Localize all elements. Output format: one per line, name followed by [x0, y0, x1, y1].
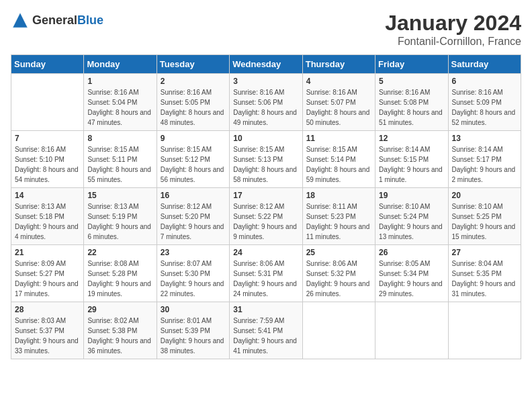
- calendar-cell: 18Sunrise: 8:11 AMSunset: 5:23 PMDayligh…: [302, 188, 375, 245]
- day-number: 10: [233, 134, 298, 143]
- logo-text-general: General: [32, 13, 77, 27]
- day-number: 21: [15, 248, 80, 257]
- page-header: GeneralBlue January 2024 Fontanil-Cornil…: [11, 11, 521, 48]
- day-number: 17: [233, 191, 298, 200]
- day-number: 31: [233, 305, 298, 314]
- col-saturday: Saturday: [448, 55, 521, 74]
- logo-text-blue: Blue: [77, 13, 103, 27]
- calendar-cell: 29Sunrise: 8:02 AMSunset: 5:38 PMDayligh…: [84, 302, 157, 359]
- day-number: 11: [306, 134, 371, 143]
- day-number: 15: [87, 191, 152, 200]
- calendar-table: Sunday Monday Tuesday Wednesday Thursday…: [11, 54, 521, 359]
- calendar-cell: 10Sunrise: 8:15 AMSunset: 5:13 PMDayligh…: [230, 131, 302, 188]
- calendar-cell: 28Sunrise: 8:03 AMSunset: 5:37 PMDayligh…: [11, 302, 84, 359]
- day-info: Sunrise: 8:05 AMSunset: 5:34 PMDaylight:…: [379, 259, 444, 299]
- calendar-cell: 22Sunrise: 8:08 AMSunset: 5:28 PMDayligh…: [84, 245, 157, 302]
- day-info: Sunrise: 8:04 AMSunset: 5:35 PMDaylight:…: [452, 259, 517, 299]
- day-info: Sunrise: 8:01 AMSunset: 5:39 PMDaylight:…: [161, 316, 226, 356]
- calendar-cell: [375, 302, 448, 359]
- day-number: 19: [379, 191, 444, 200]
- day-number: 23: [161, 248, 226, 257]
- day-info: Sunrise: 8:16 AMSunset: 5:08 PMDaylight:…: [379, 87, 444, 128]
- calendar-header: Sunday Monday Tuesday Wednesday Thursday…: [11, 55, 521, 74]
- calendar-cell: 11Sunrise: 8:15 AMSunset: 5:14 PMDayligh…: [302, 131, 375, 188]
- logo-icon: [11, 11, 30, 30]
- day-number: 26: [379, 248, 444, 257]
- calendar-week-row: 28Sunrise: 8:03 AMSunset: 5:37 PMDayligh…: [11, 302, 521, 359]
- calendar-cell: [448, 302, 521, 359]
- calendar-location: Fontanil-Cornillon, France: [385, 36, 521, 48]
- day-number: 25: [306, 248, 371, 257]
- day-number: 13: [452, 134, 517, 143]
- calendar-cell: [302, 302, 375, 359]
- calendar-cell: 6Sunrise: 8:16 AMSunset: 5:09 PMDaylight…: [448, 74, 521, 131]
- calendar-week-row: 21Sunrise: 8:09 AMSunset: 5:27 PMDayligh…: [11, 245, 521, 302]
- calendar-cell: 4Sunrise: 8:16 AMSunset: 5:07 PMDaylight…: [302, 74, 375, 131]
- day-info: Sunrise: 8:12 AMSunset: 5:22 PMDaylight:…: [233, 201, 298, 242]
- calendar-cell: 15Sunrise: 8:13 AMSunset: 5:19 PMDayligh…: [84, 188, 157, 245]
- day-info: Sunrise: 8:15 AMSunset: 5:14 PMDaylight:…: [306, 144, 371, 185]
- day-number: 4: [306, 77, 371, 86]
- day-number: 9: [161, 134, 226, 143]
- day-info: Sunrise: 8:16 AMSunset: 5:10 PMDaylight:…: [15, 144, 80, 185]
- day-info: Sunrise: 8:12 AMSunset: 5:20 PMDaylight:…: [161, 201, 226, 242]
- day-info: Sunrise: 8:13 AMSunset: 5:18 PMDaylight:…: [15, 201, 80, 242]
- col-monday: Monday: [84, 55, 157, 74]
- day-info: Sunrise: 8:16 AMSunset: 5:04 PMDaylight:…: [87, 87, 152, 128]
- calendar-cell: 12Sunrise: 8:14 AMSunset: 5:15 PMDayligh…: [375, 131, 448, 188]
- day-info: Sunrise: 8:14 AMSunset: 5:15 PMDaylight:…: [379, 144, 444, 185]
- calendar-cell: 13Sunrise: 8:14 AMSunset: 5:17 PMDayligh…: [448, 131, 521, 188]
- day-number: 18: [306, 191, 371, 200]
- col-friday: Friday: [375, 55, 448, 74]
- calendar-cell: 9Sunrise: 8:15 AMSunset: 5:12 PMDaylight…: [157, 131, 229, 188]
- day-info: Sunrise: 8:07 AMSunset: 5:30 PMDaylight:…: [161, 259, 226, 299]
- day-number: 12: [379, 134, 444, 143]
- calendar-cell: 1Sunrise: 8:16 AMSunset: 5:04 PMDaylight…: [84, 74, 157, 131]
- calendar-cell: 24Sunrise: 8:06 AMSunset: 5:31 PMDayligh…: [230, 245, 302, 302]
- col-thursday: Thursday: [302, 55, 375, 74]
- day-info: Sunrise: 8:15 AMSunset: 5:11 PMDaylight:…: [87, 144, 152, 185]
- logo: GeneralBlue: [11, 11, 103, 30]
- day-info: Sunrise: 8:03 AMSunset: 5:37 PMDaylight:…: [15, 316, 80, 356]
- day-info: Sunrise: 8:16 AMSunset: 5:05 PMDaylight:…: [161, 87, 226, 128]
- day-info: Sunrise: 8:06 AMSunset: 5:32 PMDaylight:…: [306, 259, 371, 299]
- day-info: Sunrise: 8:15 AMSunset: 5:12 PMDaylight:…: [161, 144, 226, 185]
- svg-marker-0: [13, 13, 28, 28]
- day-info: Sunrise: 8:14 AMSunset: 5:17 PMDaylight:…: [452, 144, 517, 185]
- calendar-cell: 14Sunrise: 8:13 AMSunset: 5:18 PMDayligh…: [11, 188, 84, 245]
- day-number: 5: [379, 77, 444, 86]
- day-info: Sunrise: 8:16 AMSunset: 5:06 PMDaylight:…: [233, 87, 298, 128]
- header-row: Sunday Monday Tuesday Wednesday Thursday…: [11, 55, 521, 74]
- day-info: Sunrise: 8:10 AMSunset: 5:25 PMDaylight:…: [452, 201, 517, 242]
- calendar-cell: 3Sunrise: 8:16 AMSunset: 5:06 PMDaylight…: [230, 74, 302, 131]
- day-info: Sunrise: 8:08 AMSunset: 5:28 PMDaylight:…: [87, 259, 152, 299]
- calendar-week-row: 14Sunrise: 8:13 AMSunset: 5:18 PMDayligh…: [11, 188, 521, 245]
- day-number: 29: [87, 305, 152, 314]
- calendar-cell: 23Sunrise: 8:07 AMSunset: 5:30 PMDayligh…: [157, 245, 229, 302]
- calendar-week-row: 1Sunrise: 8:16 AMSunset: 5:04 PMDaylight…: [11, 74, 521, 131]
- day-number: 1: [87, 77, 152, 86]
- day-number: 8: [87, 134, 152, 143]
- calendar-cell: 20Sunrise: 8:10 AMSunset: 5:25 PMDayligh…: [448, 188, 521, 245]
- col-sunday: Sunday: [11, 55, 84, 74]
- calendar-cell: [11, 74, 84, 131]
- day-number: 6: [452, 77, 517, 86]
- day-info: Sunrise: 8:06 AMSunset: 5:31 PMDaylight:…: [233, 259, 298, 299]
- calendar-cell: 8Sunrise: 8:15 AMSunset: 5:11 PMDaylight…: [84, 131, 157, 188]
- day-number: 16: [161, 191, 226, 200]
- day-number: 22: [87, 248, 152, 257]
- calendar-week-row: 7Sunrise: 8:16 AMSunset: 5:10 PMDaylight…: [11, 131, 521, 188]
- calendar-cell: 27Sunrise: 8:04 AMSunset: 5:35 PMDayligh…: [448, 245, 521, 302]
- day-number: 28: [15, 305, 80, 314]
- calendar-cell: 30Sunrise: 8:01 AMSunset: 5:39 PMDayligh…: [157, 302, 229, 359]
- day-number: 7: [15, 134, 80, 143]
- calendar-cell: 17Sunrise: 8:12 AMSunset: 5:22 PMDayligh…: [230, 188, 302, 245]
- calendar-cell: 25Sunrise: 8:06 AMSunset: 5:32 PMDayligh…: [302, 245, 375, 302]
- day-info: Sunrise: 8:15 AMSunset: 5:13 PMDaylight:…: [233, 144, 298, 185]
- calendar-cell: 2Sunrise: 8:16 AMSunset: 5:05 PMDaylight…: [157, 74, 229, 131]
- col-tuesday: Tuesday: [157, 55, 229, 74]
- day-info: Sunrise: 8:10 AMSunset: 5:24 PMDaylight:…: [379, 201, 444, 242]
- calendar-cell: 21Sunrise: 8:09 AMSunset: 5:27 PMDayligh…: [11, 245, 84, 302]
- calendar-cell: 5Sunrise: 8:16 AMSunset: 5:08 PMDaylight…: [375, 74, 448, 131]
- day-number: 24: [233, 248, 298, 257]
